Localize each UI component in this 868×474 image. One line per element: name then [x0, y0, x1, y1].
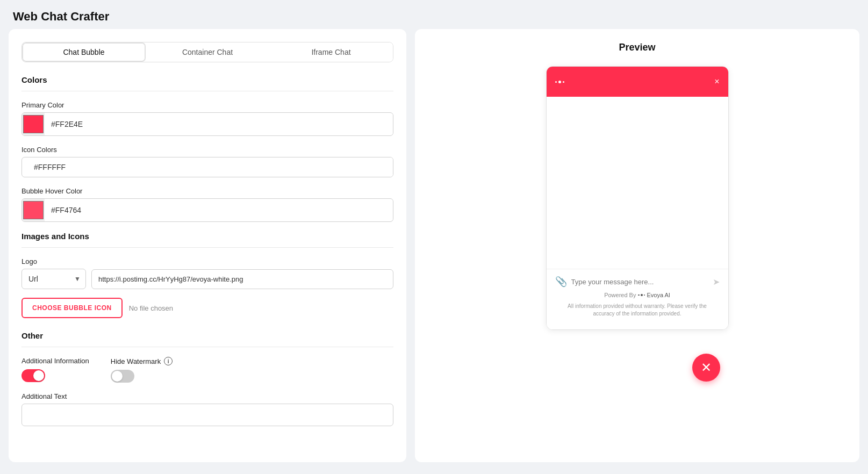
bubble-hover-color-row	[21, 198, 393, 222]
images-icons-section: Images and Icons Logo Url File ▼ CHOOSE …	[21, 232, 393, 318]
logo-label: Logo	[21, 257, 393, 265]
app-header: Web Chat Crafter	[0, 0, 868, 29]
chat-body	[547, 97, 728, 269]
other-toggles-row: Additional Information Hide Watermark i	[21, 357, 393, 383]
preview-title: Preview	[619, 42, 655, 53]
left-panel: Chat Bubble Container Chat Iframe Chat C…	[9, 29, 406, 462]
bubble-hover-color-label: Bubble Hover Color	[21, 187, 393, 195]
tab-chat-bubble[interactable]: Chat Bubble	[22, 42, 146, 62]
chat-header-logo	[555, 81, 564, 83]
additional-text-field: Additional Text	[21, 392, 393, 426]
bubble-hover-color-swatch[interactable]	[22, 199, 45, 221]
chat-preview: × 📎 ➤ Powered By	[546, 66, 729, 330]
additional-text-input[interactable]	[21, 404, 393, 426]
primary-color-swatch[interactable]	[22, 113, 45, 135]
images-icons-divider	[21, 247, 393, 248]
evoya-logo-dots	[555, 81, 564, 83]
brand-dot-2	[641, 294, 643, 296]
toggle-knob-off	[112, 371, 123, 382]
info-icon: i	[164, 357, 173, 365]
logo-url-input[interactable]	[91, 269, 393, 289]
powered-by-text: Powered By	[604, 292, 636, 298]
paperclip-icon[interactable]: 📎	[555, 276, 567, 288]
logo-type-select[interactable]: Url File	[21, 269, 86, 289]
icon-colors-label: Icon Colors	[21, 146, 393, 154]
additional-info-toggle[interactable]	[21, 369, 45, 382]
additional-info-label: Additional Information	[21, 357, 89, 365]
tab-bar: Chat Bubble Container Chat Iframe Chat	[21, 42, 393, 62]
brand-dot-3	[644, 295, 645, 296]
chat-close-button[interactable]: ×	[714, 77, 719, 87]
tab-container-chat[interactable]: Container Chat	[146, 42, 269, 62]
icon-colors-field: Icon Colors	[21, 146, 393, 177]
primary-color-input[interactable]	[45, 114, 393, 134]
choose-bubble-icon-button[interactable]: CHOOSE BUBBLE ICON	[21, 298, 123, 318]
hide-watermark-text: Hide Watermark	[111, 357, 161, 365]
other-title: Other	[21, 331, 393, 340]
colors-section: Colors Primary Color Icon Colors	[21, 75, 393, 222]
icon-colors-row	[21, 157, 393, 177]
disclaimer-text: All information provided without warrant…	[555, 300, 720, 323]
brand-name: Evoya AI	[647, 292, 670, 298]
colors-title: Colors	[21, 75, 393, 84]
other-divider	[21, 347, 393, 347]
toggle-knob-on	[33, 370, 44, 381]
logo-type-select-wrapper: Url File ▼	[21, 269, 86, 289]
primary-color-field: Primary Color	[21, 101, 393, 136]
logo-row: Url File ▼	[21, 269, 393, 289]
chat-header: ×	[547, 67, 728, 97]
evoya-brand: Evoya AI	[638, 292, 670, 298]
dot-1	[555, 81, 557, 83]
additional-info-toggle-wrapper: Additional Information	[21, 357, 89, 382]
dot-2	[558, 81, 561, 83]
tab-iframe-chat[interactable]: Iframe Chat	[269, 42, 393, 62]
right-panel: Preview × 📎	[415, 29, 859, 462]
colors-divider	[21, 91, 393, 91]
floating-chat-bubble[interactable]: ✕	[692, 354, 720, 382]
icon-colors-input[interactable]	[27, 157, 393, 177]
hide-watermark-toggle[interactable]	[111, 370, 134, 383]
images-icons-title: Images and Icons	[21, 232, 393, 241]
no-file-label: No file chosen	[129, 304, 173, 312]
primary-color-label: Primary Color	[21, 101, 393, 109]
chat-input-row: 📎 ➤	[555, 276, 720, 288]
bubble-icon-row: CHOOSE BUBBLE ICON No file chosen	[21, 298, 393, 318]
bubble-close-icon: ✕	[701, 361, 712, 374]
brand-dot-1	[638, 295, 640, 296]
powered-by-row: Powered By Evoya AI	[555, 288, 720, 300]
main-layout: Chat Bubble Container Chat Iframe Chat C…	[0, 29, 868, 471]
hide-watermark-label-row: Hide Watermark i	[111, 357, 173, 365]
brand-logo	[638, 294, 645, 296]
app-title: Web Chat Crafter	[13, 10, 855, 24]
chat-footer: 📎 ➤ Powered By Evoya AI All	[547, 269, 728, 329]
chat-message-input[interactable]	[571, 278, 708, 286]
hide-watermark-toggle-wrapper: Hide Watermark i	[111, 357, 173, 383]
primary-color-row	[21, 112, 393, 136]
bubble-hover-color-field: Bubble Hover Color	[21, 187, 393, 222]
send-icon[interactable]: ➤	[713, 277, 720, 287]
dot-3	[563, 81, 564, 83]
other-section: Other Additional Information Hide Waterm…	[21, 331, 393, 426]
additional-text-label: Additional Text	[21, 392, 393, 400]
bubble-hover-color-input[interactable]	[45, 200, 393, 220]
